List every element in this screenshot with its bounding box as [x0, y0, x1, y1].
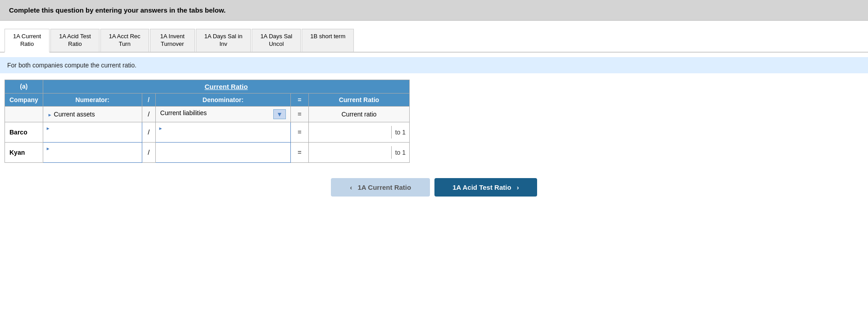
tab-1a-current-ratio[interactable]: 1A CurrentRatio — [5, 29, 50, 53]
barco-equals: = — [290, 122, 308, 142]
tabs-container: 1A CurrentRatio 1A Acid TestRatio 1A Acc… — [0, 24, 868, 53]
barco-numerator-input[interactable] — [46, 131, 139, 140]
label-equals: = — [290, 106, 308, 122]
next-button[interactable]: 1A Acid Test Ratio › — [434, 178, 537, 197]
col-denominator: Denominator: — [155, 93, 290, 106]
table-row: Kyan ► / = to 1 — [5, 142, 410, 162]
instruction-text: Complete this question by entering your … — [9, 6, 226, 14]
barco-denom-arrow: ► — [158, 126, 163, 131]
tab-1a-days-sal-uncol[interactable]: 1A Days SalUncol — [252, 29, 301, 52]
label-denominator-value: Current liabilities — [160, 109, 207, 116]
tab-1a-acct-rec[interactable]: 1A Acct RecTurn — [100, 29, 149, 52]
label-slash: / — [142, 106, 155, 122]
bottom-nav: ‹ 1A Current Ratio 1A Acid Test Ratio › — [0, 169, 868, 206]
col-numerator: Numerator: — [43, 93, 142, 106]
dropdown-arrow-icon[interactable]: ▼ — [273, 109, 286, 119]
header-row-a: (a) Current Ratio — [5, 80, 410, 93]
label-numerator-cell: ► Current assets — [43, 106, 142, 122]
barco-numerator-cell[interactable]: ► — [43, 122, 142, 142]
kyan-ratio-input[interactable] — [312, 148, 389, 157]
col-company: Company — [5, 93, 43, 106]
barco-numerator-arrow: ► — [46, 126, 50, 131]
kyan-denominator-cell[interactable] — [155, 142, 290, 162]
table-row: Barco ► / ► = to 1 — [5, 122, 410, 142]
prev-chevron-icon: ‹ — [350, 183, 352, 191]
kyan-ratio-cell: to 1 — [308, 142, 409, 162]
tab-1b-short[interactable]: 1B short term — [302, 29, 354, 52]
kyan-slash: / — [142, 142, 155, 162]
ratio-table: (a) Current Ratio Company Numerator: / D… — [5, 80, 410, 163]
section-label-cell: (a) — [5, 80, 43, 93]
col-current-ratio: Current Ratio — [308, 93, 409, 106]
section-title-cell: Current Ratio — [43, 80, 409, 93]
kyan-denominator-input[interactable] — [158, 148, 288, 157]
barco-to1: to 1 — [391, 126, 409, 139]
kyan-numerator-input[interactable] — [46, 152, 139, 161]
instruction-bar: Complete this question by entering your … — [0, 0, 868, 21]
prev-button-label: 1A Current Ratio — [358, 183, 411, 191]
col-equals: = — [290, 93, 308, 106]
header-row-main: Company Numerator: / Denominator: = Curr… — [5, 93, 410, 106]
label-ratio-value: Current ratio — [308, 106, 409, 122]
barco-ratio-cell: to 1 — [308, 122, 409, 142]
barco-ratio-input[interactable] — [312, 128, 389, 137]
label-numerator-value: Current assets — [54, 111, 95, 118]
barco-denominator-cell[interactable]: ► — [155, 122, 290, 142]
kyan-to1: to 1 — [391, 146, 409, 159]
company-kyan: Kyan — [5, 142, 43, 162]
barco-denominator-input[interactable] — [158, 131, 288, 140]
kyan-equals: = — [290, 142, 308, 162]
label-row: ► Current assets / Current liabilities ▼… — [5, 106, 410, 122]
table-section: (a) Current Ratio Company Numerator: / D… — [0, 73, 868, 169]
next-button-label: 1A Acid Test Ratio — [452, 183, 511, 191]
numerator-arrow: ► — [48, 112, 52, 117]
col-slash: / — [142, 93, 155, 106]
kyan-numerator-arrow: ► — [46, 146, 50, 151]
tab-1a-days-sal-inv[interactable]: 1A Days Sal inInv — [196, 29, 251, 52]
barco-slash: / — [142, 122, 155, 142]
tab-1a-acid-test[interactable]: 1A Acid TestRatio — [50, 29, 99, 52]
next-chevron-icon: › — [517, 183, 519, 191]
blue-instruction: For both companies compute the current r… — [0, 57, 868, 73]
label-company-empty — [5, 106, 43, 122]
prev-button[interactable]: ‹ 1A Current Ratio — [331, 178, 430, 197]
label-denominator-cell: Current liabilities ▼ — [155, 106, 290, 122]
company-barco: Barco — [5, 122, 43, 142]
blue-instruction-text: For both companies compute the current r… — [7, 62, 136, 69]
kyan-numerator-cell[interactable]: ► — [43, 142, 142, 162]
tab-1a-invent[interactable]: 1A InventTurnover — [150, 29, 195, 52]
